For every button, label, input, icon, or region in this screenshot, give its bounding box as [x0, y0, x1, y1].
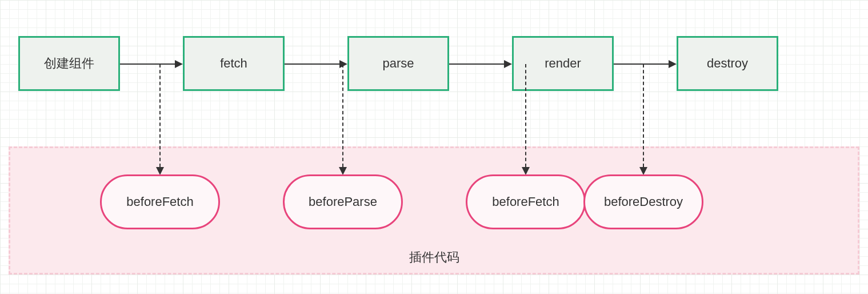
lifecycle-render-label: render — [545, 56, 581, 71]
hook-beforeparse: beforeParse — [283, 174, 403, 229]
arrow-create-fetch — [120, 63, 175, 65]
arrowhead-parse-render — [504, 60, 512, 68]
arrow-to-beforedestroy — [643, 64, 644, 167]
arrowhead-to-beforefetch — [156, 167, 164, 175]
hook-beforefetch2-label: beforeFetch — [492, 194, 559, 209]
arrowhead-fetch-parse — [339, 60, 347, 68]
hook-beforedestroy: beforeDestroy — [583, 174, 703, 229]
lifecycle-render: render — [512, 36, 614, 91]
plugin-section-label: 插件代码 — [409, 249, 459, 266]
lifecycle-destroy-label: destroy — [707, 56, 748, 71]
lifecycle-create-label: 创建组件 — [44, 55, 94, 72]
arrowhead-to-beforedestroy — [639, 167, 647, 175]
lifecycle-fetch-label: fetch — [220, 56, 247, 71]
hook-beforefetch: beforeFetch — [100, 174, 220, 229]
lifecycle-parse: parse — [347, 36, 449, 91]
arrowhead-to-beforefetch2 — [522, 167, 530, 175]
arrowhead-render-destroy — [669, 60, 677, 68]
arrowhead-to-beforeparse — [339, 167, 347, 175]
lifecycle-create: 创建组件 — [18, 36, 120, 91]
hook-beforeparse-label: beforeParse — [309, 194, 377, 209]
arrow-render-destroy — [614, 63, 669, 65]
arrow-fetch-parse — [285, 63, 339, 65]
arrow-parse-render — [449, 63, 504, 65]
lifecycle-parse-label: parse — [382, 56, 414, 71]
arrowhead-create-fetch — [175, 60, 183, 68]
arrow-to-beforeparse — [342, 64, 343, 167]
hook-beforedestroy-label: beforeDestroy — [604, 194, 683, 209]
hook-beforefetch-label: beforeFetch — [126, 194, 193, 209]
lifecycle-destroy: destroy — [677, 36, 778, 91]
hook-beforefetch2: beforeFetch — [466, 174, 586, 229]
lifecycle-fetch: fetch — [183, 36, 285, 91]
arrow-to-beforefetch — [159, 64, 161, 167]
arrow-to-beforefetch2 — [525, 64, 526, 167]
